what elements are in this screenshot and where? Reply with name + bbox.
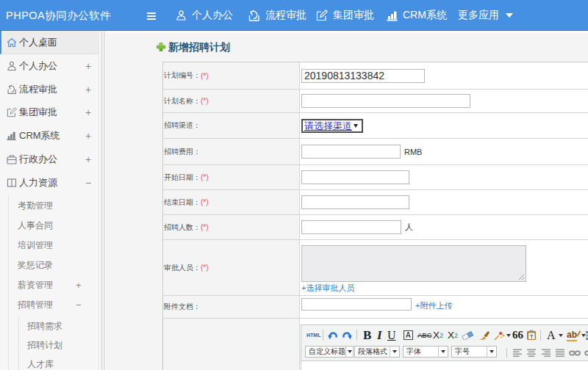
- svg-text:T: T: [530, 333, 534, 340]
